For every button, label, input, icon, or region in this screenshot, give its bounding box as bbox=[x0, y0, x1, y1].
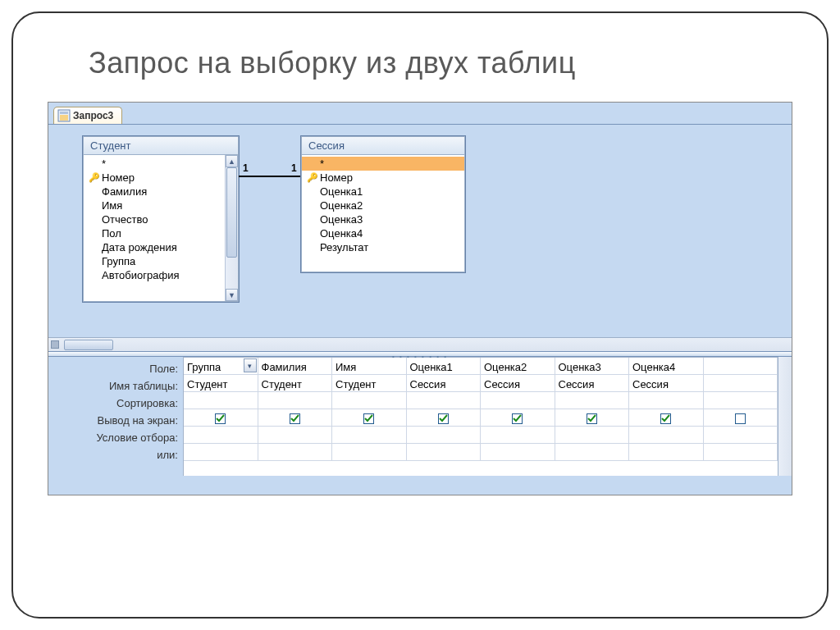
grid-cell[interactable] bbox=[184, 444, 258, 460]
grid-cell[interactable] bbox=[555, 409, 630, 426]
table-field[interactable]: * bbox=[302, 157, 464, 171]
dropdown-button[interactable]: ▾ bbox=[244, 358, 257, 372]
table-field[interactable]: Пол bbox=[84, 226, 238, 240]
relationship-canvas[interactable]: Студент *🔑НомерФамилияИмяОтчествоПолДата… bbox=[48, 124, 792, 337]
table-field[interactable]: Имя bbox=[84, 199, 238, 212]
grid-cell[interactable] bbox=[629, 444, 704, 460]
table-field[interactable]: Оценка2 bbox=[302, 199, 464, 212]
grid-cell[interactable] bbox=[704, 444, 778, 460]
grid-cell[interactable] bbox=[258, 392, 333, 409]
tab-label: Запрос3 bbox=[73, 110, 113, 121]
grid-cell[interactable] bbox=[407, 427, 482, 443]
grid-cell[interactable] bbox=[184, 409, 258, 426]
table-field[interactable]: 🔑Номер bbox=[302, 171, 464, 185]
grid-cell[interactable] bbox=[555, 427, 630, 443]
svg-rect-1 bbox=[60, 112, 68, 114]
table-field[interactable]: Дата рождения bbox=[84, 240, 238, 254]
grid-cell[interactable]: Фамилия bbox=[258, 358, 333, 374]
show-checkbox[interactable] bbox=[215, 413, 226, 424]
grid-cell[interactable]: Оценка3 bbox=[555, 358, 630, 374]
scroll-down-button[interactable]: ▼ bbox=[226, 289, 238, 301]
table-session[interactable]: Сессия *🔑НомерОценка1Оценка2Оценка3Оценк… bbox=[301, 136, 465, 272]
grid-cell[interactable]: Сессия bbox=[407, 375, 482, 391]
grid-cell[interactable] bbox=[704, 409, 778, 426]
grid-cell[interactable] bbox=[184, 427, 258, 443]
table-field[interactable]: * bbox=[84, 157, 238, 171]
grid-cell[interactable]: Группа▾ bbox=[184, 358, 258, 374]
grid-cell[interactable]: Сессия bbox=[629, 375, 704, 391]
grid-cell[interactable] bbox=[332, 409, 407, 426]
grid-cell[interactable] bbox=[332, 444, 407, 460]
grid-cell[interactable] bbox=[555, 444, 630, 460]
table-field[interactable]: Отчество bbox=[84, 212, 238, 226]
scroll-thumb[interactable] bbox=[226, 167, 237, 258]
show-checkbox[interactable] bbox=[290, 413, 300, 424]
table-header[interactable]: Студент bbox=[84, 137, 238, 155]
grid-cell[interactable] bbox=[332, 392, 407, 409]
scroll-thumb-horizontal[interactable] bbox=[64, 340, 113, 350]
grid-cell[interactable] bbox=[704, 375, 778, 391]
grid-cell[interactable] bbox=[704, 427, 778, 443]
field-label: Результат bbox=[320, 241, 368, 253]
grid-cell[interactable] bbox=[629, 392, 704, 409]
grid-cell[interactable] bbox=[481, 409, 555, 426]
table-field[interactable]: Оценка1 bbox=[302, 185, 464, 199]
grid-cell[interactable] bbox=[258, 427, 333, 443]
field-label: Оценка4 bbox=[320, 227, 363, 240]
show-checkbox[interactable] bbox=[438, 413, 449, 424]
show-checkbox[interactable] bbox=[660, 413, 671, 424]
grid-cell[interactable]: Студент bbox=[332, 375, 407, 391]
grid-cell[interactable] bbox=[481, 444, 555, 460]
table-field[interactable]: Фамилия bbox=[84, 185, 238, 199]
table-field[interactable]: Результат bbox=[302, 240, 464, 254]
grid-cell[interactable]: Сессия bbox=[555, 375, 630, 391]
field-list: *🔑НомерФамилияИмяОтчествоПолДата рождени… bbox=[84, 155, 238, 301]
table-field[interactable]: Группа bbox=[84, 254, 238, 268]
grid-cell[interactable] bbox=[555, 392, 630, 409]
table-field[interactable]: Автобиография bbox=[84, 268, 238, 282]
grid-cell[interactable]: Оценка4 bbox=[629, 358, 704, 374]
grid-cell[interactable]: Студент bbox=[184, 375, 258, 391]
grid-cell[interactable] bbox=[481, 392, 555, 409]
scrollbar-vertical[interactable]: ▲ ▼ bbox=[225, 155, 238, 301]
grid-cell[interactable] bbox=[258, 409, 333, 426]
grid-cell[interactable] bbox=[481, 427, 555, 443]
scroll-left-button[interactable] bbox=[51, 340, 59, 349]
relationship-line[interactable] bbox=[239, 176, 301, 177]
grid-cell[interactable]: Студент bbox=[258, 375, 333, 391]
tab-bar: Запрос3 bbox=[48, 103, 792, 124]
qbe-grid-cells[interactable]: Группа▾ФамилияИмяОценка1Оценка2Оценка3Оц… bbox=[183, 357, 778, 476]
grid-cell[interactable] bbox=[629, 409, 704, 426]
grid-cell[interactable]: Оценка2 bbox=[481, 358, 555, 374]
query-tab[interactable]: Запрос3 bbox=[53, 107, 122, 124]
show-checkbox[interactable] bbox=[512, 413, 523, 424]
table-field[interactable]: Оценка3 bbox=[302, 212, 464, 226]
grid-cell[interactable] bbox=[184, 392, 258, 409]
grid-cell[interactable] bbox=[704, 358, 778, 374]
show-checkbox[interactable] bbox=[587, 413, 597, 424]
grid-cell[interactable] bbox=[332, 427, 407, 443]
cell-text: Имя bbox=[336, 361, 356, 373]
grid-row bbox=[184, 409, 778, 427]
grid-cell[interactable] bbox=[407, 444, 482, 460]
show-checkbox[interactable] bbox=[735, 413, 746, 424]
splitter-horizontal[interactable]: • • • • • • • • bbox=[48, 351, 792, 357]
grid-cell[interactable]: Имя bbox=[332, 358, 407, 374]
horizontal-scrollbar[interactable] bbox=[48, 337, 792, 351]
grid-cell[interactable]: Оценка1 bbox=[407, 358, 482, 374]
grid-cell[interactable]: Сессия bbox=[481, 375, 555, 391]
grid-cell[interactable] bbox=[704, 392, 778, 409]
grid-cell[interactable] bbox=[407, 392, 482, 409]
cell-text: Оценка3 bbox=[559, 361, 601, 373]
table-student[interactable]: Студент *🔑НомерФамилияИмяОтчествоПолДата… bbox=[83, 136, 239, 302]
table-header[interactable]: Сессия bbox=[302, 137, 464, 155]
table-field[interactable]: 🔑Номер bbox=[84, 171, 238, 185]
grid-cell[interactable] bbox=[407, 409, 482, 426]
grid-cell[interactable] bbox=[258, 444, 333, 460]
table-field[interactable]: Оценка4 bbox=[302, 226, 464, 240]
field-list: *🔑НомерОценка1Оценка2Оценка3Оценка4Резул… bbox=[302, 155, 464, 272]
scroll-up-button[interactable]: ▲ bbox=[226, 155, 238, 167]
cell-text: Студент bbox=[262, 378, 303, 390]
grid-cell[interactable] bbox=[629, 427, 704, 443]
show-checkbox[interactable] bbox=[363, 413, 374, 424]
